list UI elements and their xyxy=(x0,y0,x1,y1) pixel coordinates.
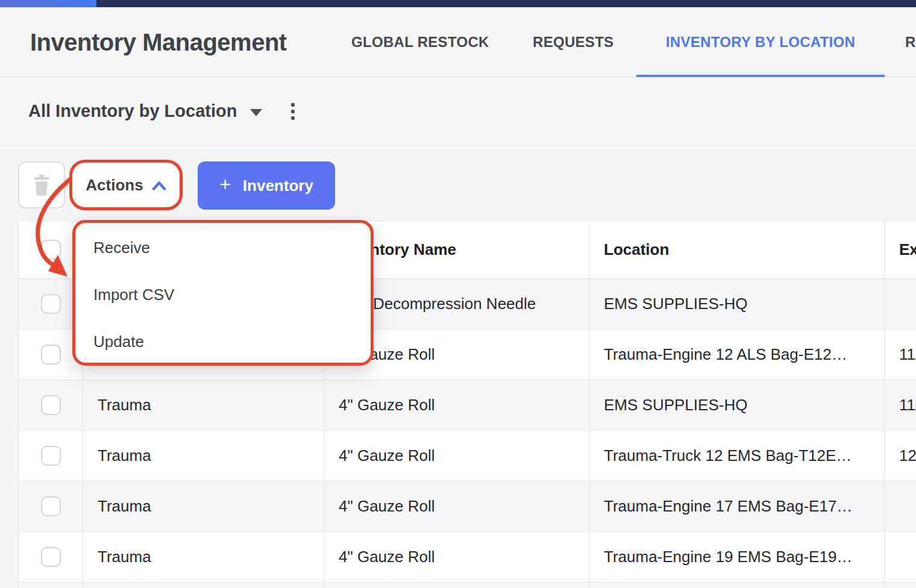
expiration-cell xyxy=(885,532,916,582)
table-row[interactable]: Trauma 4" Gauze Roll Trauma-Truck 12 EMS… xyxy=(19,431,916,481)
tab-inventory-by-location[interactable]: INVENTORY BY LOCATION xyxy=(636,7,885,77)
kebab-menu-button[interactable] xyxy=(287,99,298,124)
location-cell: Trauma-Engine 12 ALS Bag-E12… xyxy=(589,330,885,380)
row-checkbox[interactable] xyxy=(41,345,61,364)
category-cell: Trauma xyxy=(83,532,324,582)
plus-icon: + xyxy=(219,174,231,196)
location-cell: EMS SUPPLIES-HQ xyxy=(589,380,885,430)
checkbox-cell xyxy=(19,481,83,531)
expiration-cell xyxy=(885,279,916,329)
tab-global-restock[interactable]: GLOBAL RESTOCK xyxy=(351,7,489,77)
add-inventory-label: Inventory xyxy=(243,177,313,195)
actions-dropdown-menu: Receive Import CSV Update xyxy=(72,220,374,366)
menu-item-update[interactable]: Update xyxy=(75,318,371,365)
menu-item-receive[interactable]: Receive xyxy=(75,224,371,271)
table-row[interactable]: Trauma 4" Gauze Roll Trauma-Engine 19 EM… xyxy=(19,532,916,583)
checkbox-cell xyxy=(19,380,83,430)
category-cell: Trauma xyxy=(83,431,324,481)
header-location[interactable]: Location xyxy=(589,221,885,278)
location-cell: EMS SUPPLIES-HQ xyxy=(589,279,885,329)
category-cell: Trauma xyxy=(83,481,324,531)
kebab-dot xyxy=(291,116,295,120)
kebab-dot xyxy=(291,103,295,107)
expiration-cell: 11/ xyxy=(885,380,916,430)
trash-icon xyxy=(31,174,52,196)
app-header: Inventory Management GLOBAL RESTOCK REQU… xyxy=(0,7,916,77)
header-expiration[interactable]: Ex xyxy=(885,221,916,278)
actions-button-label: Actions xyxy=(86,176,143,195)
table-row[interactable]: Trauma 4" Gauze Roll EMS SUPPLIES-HQ 11/ xyxy=(19,380,916,431)
table-row-partial xyxy=(19,583,916,588)
chevron-up-icon xyxy=(152,181,166,191)
delete-button[interactable] xyxy=(18,161,65,208)
checkbox-cell xyxy=(19,431,83,481)
location-cell: Trauma-Engine 19 EMS Bag-E19… xyxy=(589,532,885,582)
inventory-name-cell: 4" Gauze Roll xyxy=(324,380,589,430)
category-cell: Trauma xyxy=(83,380,324,430)
row-checkbox[interactable] xyxy=(41,446,61,466)
inventory-name-cell: 4" Gauze Roll xyxy=(324,532,589,582)
checkbox-cell xyxy=(19,532,83,582)
location-cell: Trauma-Engine 17 EMS Bag-E17… xyxy=(589,481,885,531)
kebab-dot xyxy=(291,110,295,113)
expiration-cell: 11/ xyxy=(885,330,916,380)
location-cell: Trauma-Truck 12 EMS Bag-T12E… xyxy=(589,431,885,481)
tab-bar: GLOBAL RESTOCK REQUESTS INVENTORY BY LOC… xyxy=(351,7,916,77)
view-title-label: All Inventory by Location xyxy=(28,101,237,121)
select-all-checkbox[interactable] xyxy=(41,240,61,260)
actions-button[interactable]: Actions xyxy=(69,160,183,210)
inventory-name-cell: 4" Gauze Roll xyxy=(324,431,589,481)
tab-requests[interactable]: REQUESTS xyxy=(533,7,613,77)
add-inventory-button[interactable]: + Inventory xyxy=(198,161,335,210)
inventory-name-cell: 4" Gauze Roll xyxy=(324,481,589,531)
expiration-cell: 12/ xyxy=(885,431,916,481)
tab-clipped-right[interactable]: R xyxy=(905,7,916,77)
view-header: All Inventory by Location xyxy=(0,77,916,146)
page-title: Inventory Management xyxy=(30,28,287,55)
chrome-accent-segment xyxy=(0,0,96,7)
row-checkbox[interactable] xyxy=(41,547,61,567)
menu-item-import-csv[interactable]: Import CSV xyxy=(75,271,371,318)
browser-chrome-bar xyxy=(0,0,916,7)
row-checkbox[interactable] xyxy=(41,294,61,314)
row-checkbox[interactable] xyxy=(41,496,61,516)
table-row[interactable]: Trauma 4" Gauze Roll Trauma-Engine 17 EM… xyxy=(19,481,916,532)
expiration-cell xyxy=(885,481,916,531)
chevron-down-icon xyxy=(250,109,262,116)
row-checkbox[interactable] xyxy=(41,395,61,415)
view-selector[interactable]: All Inventory by Location xyxy=(28,101,262,121)
